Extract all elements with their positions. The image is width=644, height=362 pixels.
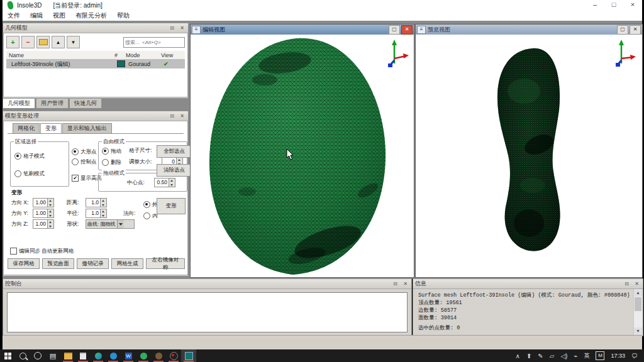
- pin-icon[interactable]: ⊟: [391, 280, 399, 288]
- word-icon[interactable]: W: [121, 349, 136, 362]
- pin-icon[interactable]: ⊟: [168, 24, 176, 32]
- insole3d-taskbar-icon[interactable]: [181, 349, 196, 362]
- radius-stepper[interactable]: 1.0: [86, 209, 107, 218]
- clock[interactable]: 17:33: [611, 353, 625, 359]
- tab-user-management[interactable]: 用户管理: [36, 98, 69, 108]
- start-button[interactable]: [0, 349, 15, 362]
- distance-stepper[interactable]: 1.0: [86, 198, 107, 207]
- save-mesh-button[interactable]: 保存网格: [8, 258, 40, 269]
- drag-radio[interactable]: 拖动: [102, 147, 121, 155]
- dir-y-stepper[interactable]: 1.00: [33, 209, 54, 218]
- brush-mode-radio[interactable]: 笔刷模式: [14, 170, 45, 178]
- ctrl-point-radio[interactable]: 控制点: [72, 158, 97, 166]
- highlight-checkbox[interactable]: ✔显示高亮: [72, 174, 102, 182]
- tray-app1-icon[interactable]: ⬆: [526, 353, 531, 359]
- clear-selection-button[interactable]: 清除选点: [157, 164, 192, 177]
- close-icon[interactable]: ✕: [633, 280, 641, 288]
- pin-icon[interactable]: ⊟: [168, 112, 176, 120]
- undo-record-button[interactable]: 撤销记录: [77, 258, 109, 269]
- generate-mesh-button[interactable]: 网格生成: [111, 258, 143, 269]
- close-icon[interactable]: ✕: [630, 25, 641, 35]
- pin-icon[interactable]: ⊟: [623, 280, 631, 288]
- volume-icon[interactable]: ◁): [560, 353, 567, 359]
- folder-icon[interactable]: [36, 36, 50, 48]
- maximize-icon[interactable]: ▢: [389, 25, 400, 35]
- scroll-down-icon[interactable]: ▼: [634, 327, 642, 335]
- shape-dropdown[interactable]: 曲线: 抛物线: [86, 219, 135, 229]
- menu-fea[interactable]: 有限元分析: [70, 11, 112, 20]
- scroll-up-icon[interactable]: ▲: [634, 289, 642, 297]
- network-icon[interactable]: ⌁: [574, 353, 577, 359]
- column-name[interactable]: Name: [6, 52, 114, 58]
- grid-mode-radio[interactable]: 格子模式: [14, 152, 45, 160]
- normal-in-radio[interactable]: 内: [143, 212, 158, 220]
- move-down-icon[interactable]: ▼: [67, 36, 80, 48]
- store-icon[interactable]: [75, 349, 91, 362]
- ime-mode-icon[interactable]: M: [596, 351, 604, 360]
- search-icon[interactable]: [15, 349, 30, 362]
- app-brown-icon[interactable]: [151, 349, 166, 362]
- info-scrollbar[interactable]: ▲ ▼: [633, 289, 642, 335]
- ime-language-indicator[interactable]: 英: [584, 352, 589, 360]
- preview-viewport-canvas[interactable]: [416, 35, 642, 277]
- preview-surface-button[interactable]: 预览曲面: [42, 258, 74, 269]
- tray-chevron-icon[interactable]: ∧: [516, 353, 520, 359]
- column-view[interactable]: View: [161, 52, 182, 58]
- color-swatch[interactable]: [117, 60, 125, 67]
- delete-radio[interactable]: 删除: [102, 158, 121, 167]
- model-row[interactable]: Leftfoot-39Insole (编辑) Gouraud ✔: [6, 60, 185, 69]
- maximize-icon[interactable]: ▢: [617, 25, 628, 35]
- notification-center-icon[interactable]: 🗩: [631, 353, 638, 359]
- close-icon[interactable]: ✕: [178, 112, 186, 120]
- tab-geometry[interactable]: 几何模型: [3, 98, 35, 108]
- close-button[interactable]: ×: [623, 0, 642, 11]
- menu-view[interactable]: 视图: [48, 11, 70, 20]
- file-explorer-icon[interactable]: [60, 349, 75, 362]
- edit-viewport-canvas[interactable]: [191, 35, 414, 277]
- app-green-icon[interactable]: [136, 349, 151, 362]
- cortana-icon[interactable]: [30, 349, 45, 362]
- tab-deform[interactable]: 变形: [40, 123, 62, 133]
- tab-display-io[interactable]: 显示和输入输出: [62, 123, 112, 133]
- remove-icon[interactable]: −: [21, 36, 35, 48]
- column-mode[interactable]: Mode: [126, 52, 161, 58]
- recorder-icon[interactable]: [166, 349, 181, 362]
- maximize-button[interactable]: □: [604, 0, 623, 11]
- menu-help[interactable]: 帮助: [112, 11, 135, 20]
- model-mode[interactable]: Gouraud: [128, 61, 164, 67]
- system-menu-icon[interactable]: ≡: [417, 26, 426, 34]
- big-point-radio[interactable]: 大形点: [72, 148, 97, 156]
- tab-quick-geometry[interactable]: 快速几何: [69, 98, 102, 108]
- tray-folder-icon[interactable]: ▱: [550, 353, 555, 359]
- view-check-icon[interactable]: ✔: [164, 61, 185, 67]
- search-input[interactable]: [123, 37, 185, 48]
- minimize-button[interactable]: –: [586, 0, 604, 11]
- task-view-icon[interactable]: ▤: [45, 349, 60, 362]
- edit-viewport-titlebar[interactable]: ≡ 编辑视图 ▢ ✕: [191, 25, 414, 35]
- close-icon[interactable]: ✕: [401, 280, 409, 288]
- normal-out-radio[interactable]: 外: [143, 200, 158, 209]
- dir-z-stepper[interactable]: 1.00: [33, 219, 54, 229]
- tray-app2-icon[interactable]: ✎: [538, 353, 543, 359]
- menu-edit[interactable]: 编辑: [25, 11, 48, 20]
- dir-x-stepper[interactable]: 1.00: [33, 198, 54, 207]
- column-hash[interactable]: #: [114, 52, 126, 58]
- scroll-thumb[interactable]: [635, 297, 641, 311]
- close-icon[interactable]: ✕: [178, 24, 186, 32]
- system-menu-icon[interactable]: ≡: [192, 26, 201, 34]
- move-up-icon[interactable]: ▲: [52, 36, 65, 48]
- preview-viewport-titlebar[interactable]: ≡ 预览视图 ▢ ✕: [416, 25, 642, 35]
- select-all-button[interactable]: 全部选点: [157, 145, 192, 158]
- close-icon[interactable]: ✕: [401, 25, 413, 35]
- menu-file[interactable]: 文件: [3, 11, 25, 20]
- console-output[interactable]: [7, 292, 408, 332]
- center-stepper[interactable]: 0.50: [154, 178, 175, 187]
- edge-icon[interactable]: [91, 349, 106, 362]
- apply-deform-button[interactable]: 变形: [157, 198, 186, 214]
- app-blue-icon[interactable]: [106, 349, 121, 362]
- add-icon[interactable]: +: [6, 36, 19, 48]
- auto-update-checkbox[interactable]: 编辑同步 自动更新网格: [10, 247, 74, 255]
- mirror-button[interactable]: 左右镜像对称: [146, 258, 185, 269]
- dock-tabs: 几何模型 用户管理 快速几何: [3, 99, 103, 108]
- tab-meshing[interactable]: 网格化: [13, 123, 40, 133]
